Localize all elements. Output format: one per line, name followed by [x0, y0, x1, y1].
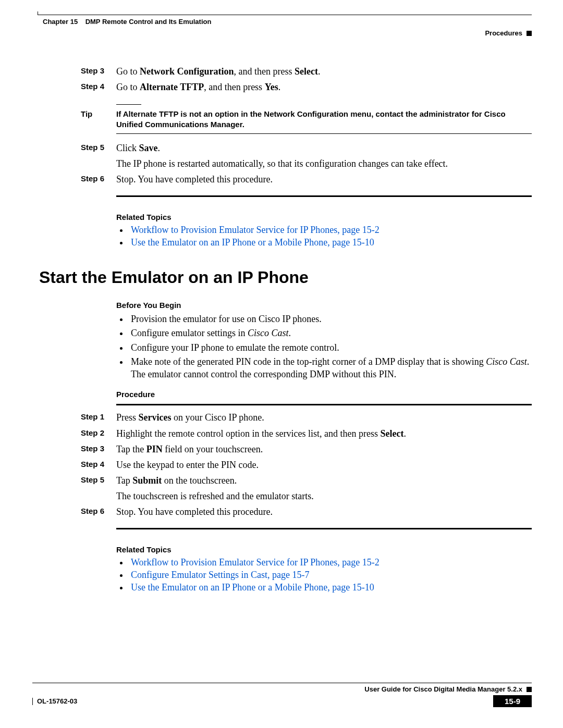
list-item: Configure Emulator Settings in Cast, pag… [129, 570, 532, 581]
step-body: Go to Network Configuration, and then pr… [116, 65, 532, 78]
related-link[interactable]: Use the Emulator on an IP Phone or a Mob… [131, 237, 374, 248]
t: Press [116, 412, 139, 423]
guide-title: User Guide for Cisco Digital Media Manag… [364, 685, 522, 693]
step-body: Go to Alternate TFTP, and then press Yes… [116, 80, 532, 94]
tip-rule-bottom [116, 133, 532, 134]
t: Go to [116, 66, 140, 77]
step-row: Step 3 Tap the PIN field on your touchsc… [81, 442, 532, 456]
header-rule [38, 15, 532, 15]
section-label: Procedures [485, 29, 522, 37]
step-body: Click Save. [116, 141, 532, 155]
t: Click [116, 143, 139, 153]
step-label: Step 3 [81, 442, 116, 454]
step-label: Step 5 [81, 141, 116, 153]
t: Select [380, 428, 403, 439]
related-topics-list: Workflow to Provision Emulator Service f… [129, 225, 532, 248]
step-row: Step 3 Go to Network Configuration, and … [81, 65, 532, 78]
section-heading: Start the Emulator on an IP Phone [39, 268, 532, 287]
related-topics-list: Workflow to Provision Emulator Service f… [129, 557, 532, 593]
page: Chapter 15 DMP Remote Control and Its Em… [0, 0, 563, 728]
divider-icon [32, 698, 33, 705]
chapter-header: Chapter 15 DMP Remote Control and Its Em… [43, 18, 211, 26]
t: , and then press [234, 66, 295, 77]
square-icon [527, 687, 532, 692]
footer: User Guide for Cisco Digital Media Manag… [32, 683, 532, 707]
procedure-heading: Procedure [116, 390, 532, 399]
list-item: Provision the emulator for use on Cisco … [129, 313, 532, 325]
t: Configure emulator settings in [131, 328, 248, 338]
end-procedure-rule [116, 528, 532, 529]
related-link[interactable]: Use the Emulator on an IP Phone or a Mob… [131, 582, 374, 593]
footer-top: User Guide for Cisco Digital Media Manag… [32, 685, 532, 693]
before-you-begin-heading: Before You Begin [116, 301, 532, 310]
tip-label: Tip [81, 109, 116, 118]
step-label: Step 2 [81, 427, 116, 439]
step-label: Step 4 [81, 80, 116, 92]
t: Highlight the remote control option in t… [116, 428, 380, 439]
step-body: Stop. You have completed this procedure. [116, 505, 532, 519]
t: Services [139, 412, 172, 423]
step-label: Step 4 [81, 458, 116, 470]
tip-body: If Alternate TFTP is not an option in th… [116, 109, 532, 130]
t: Tap the [116, 444, 146, 454]
t: Submit [132, 475, 162, 486]
square-icon [527, 31, 532, 36]
t: field on your touchscreen. [163, 444, 263, 454]
end-procedure-rule [116, 195, 532, 197]
t: Configure your IP phone to emulate the r… [131, 342, 339, 353]
t: on the touchscreen. [162, 475, 237, 486]
footer-rule [32, 683, 532, 683]
section-header-right: Procedures [485, 29, 532, 37]
t: , and then press [204, 82, 264, 92]
t: Select [295, 66, 318, 77]
tip-row: Tip If Alternate TFTP is not an option i… [81, 109, 532, 130]
chapter-title: DMP Remote Control and Its Emulation [85, 18, 212, 26]
t: . [318, 66, 321, 77]
step-row: Step 4 Use the keypad to enter the PIN c… [81, 458, 532, 472]
step-note: The IP phone is restarted automatically,… [116, 157, 532, 170]
step-row: Step 1 Press Services on your Cisco IP p… [81, 411, 532, 424]
t: . [158, 143, 161, 153]
list-item: Make note of the generated PIN code in t… [129, 355, 532, 381]
step-body: Use the keypad to enter the PIN code. [116, 458, 532, 472]
step-row: Step 6 Stop. You have completed this pro… [81, 505, 532, 519]
related-link[interactable]: Configure Emulator Settings in Cast, pag… [131, 570, 309, 580]
step-body: Highlight the remote control option in t… [116, 427, 532, 440]
page-number: 15-9 [493, 695, 532, 707]
list-item: Workflow to Provision Emulator Service f… [129, 225, 532, 236]
step-row: Step 5 Click Save. [81, 141, 532, 155]
list-item: Use the Emulator on an IP Phone or a Mob… [129, 237, 532, 248]
step-row: Step 4 Go to Alternate TFTP, and then pr… [81, 80, 532, 94]
chapter-label: Chapter 15 [43, 18, 78, 26]
list-item: Configure your IP phone to emulate the r… [129, 341, 532, 354]
t: Alternate TFTP [140, 82, 204, 92]
step-body: Press Services on your Cisco IP phone. [116, 411, 532, 424]
t: Tap [116, 475, 132, 486]
before-you-begin-list: Provision the emulator for use on Cisco … [129, 313, 532, 380]
footer-left: OL-15762-03 [32, 697, 77, 705]
step-label: Step 1 [81, 411, 116, 423]
related-link[interactable]: Workflow to Provision Emulator Service f… [131, 557, 380, 567]
related-link[interactable]: Workflow to Provision Emulator Service f… [131, 225, 380, 235]
step-note: The touchscreen is refreshed and the emu… [116, 489, 532, 503]
related-topics-heading: Related Topics [116, 545, 532, 554]
t: Yes [265, 82, 278, 92]
list-item: Configure emulator settings in Cisco Cas… [129, 327, 532, 339]
t: . [288, 328, 291, 338]
t: Save [139, 143, 158, 153]
step-row: Step 6 Stop. You have completed this pro… [81, 172, 532, 186]
content: Step 3 Go to Network Configuration, and … [81, 63, 532, 598]
procedure-rule [116, 404, 532, 405]
step-row: Step 5 Tap Submit on the touchscreen. [81, 474, 532, 487]
t: Go to [116, 82, 140, 92]
step-row: Step 2 Highlight the remote control opti… [81, 427, 532, 440]
t: Provision the emulator for use on Cisco … [131, 314, 322, 324]
step-body: Stop. You have completed this procedure. [116, 172, 532, 186]
t: . [278, 82, 281, 92]
list-item: Use the Emulator on an IP Phone or a Mob… [129, 582, 532, 593]
step-body: Tap Submit on the touchscreen. [116, 474, 532, 487]
t: PIN [146, 444, 163, 454]
doc-number: OL-15762-03 [37, 697, 77, 705]
step-body: Tap the PIN field on your touchscreen. [116, 442, 532, 456]
step-label: Step 5 [81, 474, 116, 486]
